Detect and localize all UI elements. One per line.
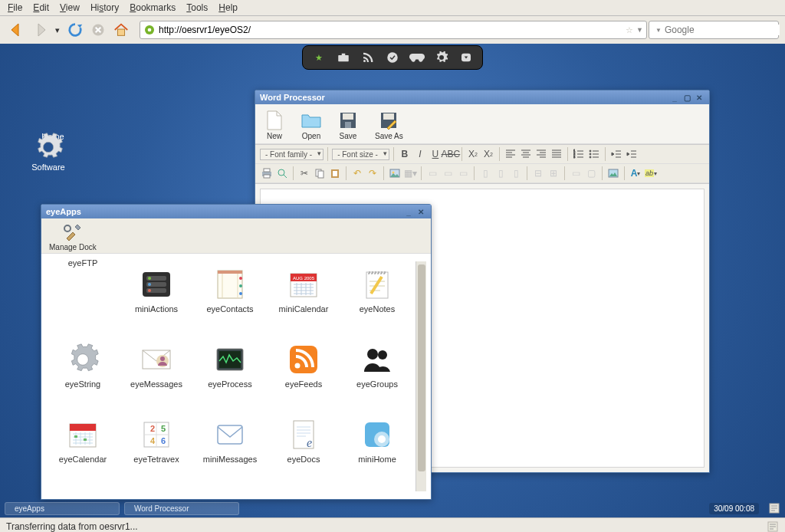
align-left-button[interactable]	[504, 147, 517, 161]
bookmark-star-icon[interactable]: ☆	[626, 25, 633, 35]
dock-gamepad-icon[interactable]	[409, 49, 425, 66]
tray-notes-icon[interactable]	[768, 502, 780, 514]
task-eyeapps[interactable]: eyeApps	[5, 502, 120, 515]
app-eyegroups[interactable]: eyeGroups	[340, 337, 414, 412]
open-button[interactable]: Open	[301, 110, 321, 140]
dock-favorites-icon[interactable]: ★	[310, 49, 327, 66]
subscript-button[interactable]: X2	[466, 147, 480, 161]
new-button[interactable]: New	[264, 110, 284, 140]
titlebar[interactable]: Word Processor _ ▢ ✕	[255, 90, 709, 104]
find-button[interactable]	[275, 166, 289, 180]
scrollbar[interactable]	[415, 261, 426, 491]
dock-briefcase-icon[interactable]	[335, 49, 352, 66]
scrollbar-thumb[interactable]	[418, 264, 425, 471]
del-col-button[interactable]: ▯	[509, 166, 523, 180]
minimize-button[interactable]: _	[403, 206, 414, 217]
manage-dock-button[interactable]: Manage Dock	[49, 223, 97, 251]
superscript-button[interactable]: X2	[481, 147, 495, 161]
col-after-button[interactable]: ▯	[494, 166, 507, 180]
paste-button[interactable]	[328, 166, 342, 180]
row-props-button[interactable]: ▭	[569, 166, 583, 180]
cut-button[interactable]: ✂	[297, 166, 311, 180]
url-dropdown-icon[interactable]: ▼	[636, 26, 643, 34]
back-button[interactable]	[6, 19, 28, 41]
url-input[interactable]	[159, 25, 622, 35]
indent-button[interactable]	[625, 147, 639, 161]
app-eyetetravex[interactable]: 2546eyeTetravex	[120, 412, 193, 487]
task-wordprocessor[interactable]: Word Processor	[124, 502, 239, 515]
app-eyecalendar[interactable]: eyeCalendar	[46, 412, 120, 487]
search-dropdown-icon[interactable]: ▼	[655, 27, 662, 34]
menu-bookmarks[interactable]: Bookmarks	[130, 2, 176, 13]
app-minicalendar[interactable]: AUG 2005miniCalendar	[267, 261, 340, 337]
font-family-select[interactable]: - Font family -	[260, 149, 324, 160]
align-justify-button[interactable]	[550, 147, 563, 161]
menu-tools[interactable]: Tools	[186, 2, 208, 13]
split-cell-button[interactable]: ⊟	[531, 166, 545, 180]
italic-button[interactable]: I	[413, 147, 427, 161]
titlebar[interactable]: eyeApps _ ✕	[41, 205, 431, 218]
table-button[interactable]: ▦▾	[403, 166, 417, 180]
align-right-button[interactable]	[534, 147, 548, 161]
underline-button[interactable]: U	[429, 147, 442, 161]
save-button[interactable]: Save	[338, 110, 358, 140]
app-eyecontacts[interactable]: eyeContacts	[193, 261, 267, 337]
nav-dropdown[interactable]: ▾	[52, 19, 63, 41]
menu-view[interactable]: View	[60, 2, 80, 13]
forward-button[interactable]	[29, 19, 51, 41]
app-eyestring[interactable]: eyeString	[46, 337, 120, 412]
app-minimessages[interactable]: miniMessages	[193, 412, 267, 487]
redo-button[interactable]: ↷	[366, 166, 379, 180]
bold-button[interactable]: B	[398, 147, 412, 161]
cell-props-button[interactable]: ▢	[584, 166, 598, 180]
app-miniactions[interactable]: miniActions	[120, 261, 193, 337]
maximize-button[interactable]: ▢	[682, 92, 692, 103]
search-bar[interactable]: ▼	[649, 21, 779, 39]
image-button[interactable]	[388, 166, 402, 180]
col-before-button[interactable]: ▯	[478, 166, 492, 180]
row-before-button[interactable]: ▭	[425, 166, 439, 180]
app-eyedocs[interactable]: eeyeDocs	[267, 412, 340, 487]
hilite-button[interactable]: ab▾	[644, 166, 658, 180]
forecolor-button[interactable]: A▾	[629, 166, 642, 180]
menu-history[interactable]: History	[90, 2, 119, 13]
app-eyefeeds[interactable]: eyeFeeds	[267, 337, 340, 412]
url-bar[interactable]: ☆ ▼	[140, 21, 647, 39]
dock-gear-icon[interactable]	[433, 49, 450, 66]
reload-button[interactable]	[64, 19, 86, 41]
outdent-button[interactable]	[609, 147, 623, 161]
print-button[interactable]	[260, 166, 274, 180]
close-button[interactable]: ✕	[694, 92, 705, 103]
home-button[interactable]	[110, 19, 132, 41]
saveas-button[interactable]: Save As	[375, 110, 403, 140]
insert-image2-button[interactable]	[606, 166, 620, 180]
app-minihome[interactable]: miniHome	[340, 412, 414, 487]
ordered-list-button[interactable]: 123	[572, 147, 586, 161]
del-row-button[interactable]: ▭	[456, 166, 470, 180]
menu-file[interactable]: File	[8, 2, 22, 13]
search-input[interactable]	[665, 25, 780, 35]
dock-check-icon[interactable]	[384, 49, 401, 66]
app-eyemessages[interactable]: eyeMessages	[120, 337, 193, 412]
svg-rect-32	[333, 171, 337, 176]
close-button[interactable]: ✕	[415, 206, 426, 217]
menu-help[interactable]: Help	[218, 2, 238, 13]
dock-more-icon[interactable]	[458, 49, 475, 66]
strike-button[interactable]: ABC	[444, 147, 458, 161]
minimize-button[interactable]: _	[669, 92, 680, 103]
unordered-list-button[interactable]	[587, 147, 601, 161]
dock-rss-icon[interactable]	[360, 49, 376, 66]
copy-button[interactable]	[313, 166, 327, 180]
menu-edit[interactable]: Edit	[33, 2, 49, 13]
app-eyeprocess[interactable]: eyeProcess	[193, 337, 267, 412]
merge-cell-button[interactable]: ⊞	[547, 166, 560, 180]
undo-button[interactable]: ↶	[350, 166, 364, 180]
statusbar-notes-icon[interactable]	[767, 521, 779, 533]
font-size-select[interactable]: - Font size -	[332, 149, 389, 160]
align-center-button[interactable]	[519, 147, 533, 161]
desktop-icon-software[interactable]: Software	[21, 132, 75, 172]
app-eyeftp[interactable]: eyeFTP	[46, 261, 120, 337]
row-after-button[interactable]: ▭	[441, 166, 455, 180]
stop-button[interactable]	[87, 19, 109, 41]
app-eyenotes[interactable]: eyeNotes	[340, 261, 414, 337]
